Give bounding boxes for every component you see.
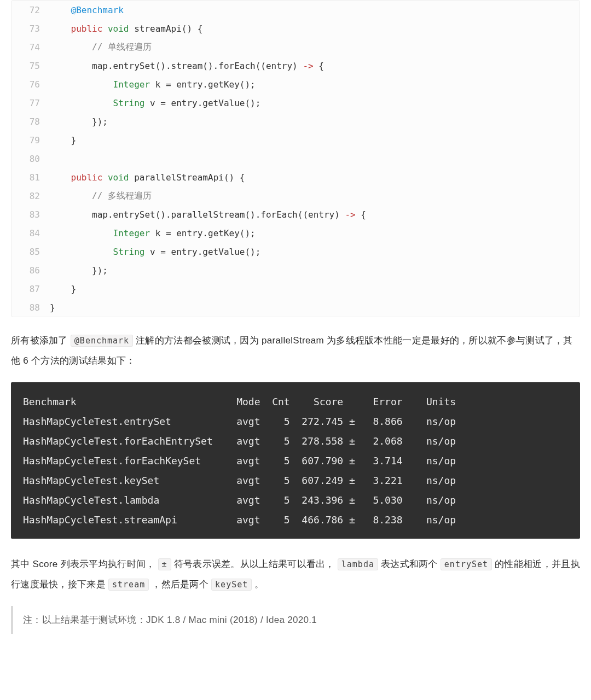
analysis-paragraph: 其中 Score 列表示平均执行时间， ± 符号表示误差。从以上结果可以看出， … (11, 554, 580, 595)
code-content: @Benchmark (50, 5, 124, 15)
inline-code-stream: stream (108, 579, 149, 591)
intro-paragraph: 所有被添加了 @Benchmark 注解的方法都会被测试，因为 parallel… (11, 330, 580, 371)
line-number: 83 (11, 209, 50, 220)
benchmark-header: Benchmark Mode Cnt Score Error Units (23, 392, 568, 412)
code-line: 75 map.entrySet().stream().forEach((entr… (11, 56, 580, 75)
benchmark-row: HashMapCycleTest.streamApi avgt 5 466.78… (23, 510, 568, 530)
line-number: 77 (11, 98, 50, 108)
benchmark-row: HashMapCycleTest.entrySet avgt 5 272.745… (23, 412, 568, 431)
code-line: 88} (11, 298, 580, 317)
code-content: public void parallelStreamApi() { (50, 172, 245, 183)
line-number: 76 (11, 79, 50, 90)
code-line: 74 // 单线程遍历 (11, 38, 580, 56)
line-number: 80 (11, 154, 50, 164)
line-number: 75 (11, 61, 50, 71)
line-number: 82 (11, 191, 50, 201)
code-line: 84 Integer k = entry.getKey(); (11, 224, 580, 242)
code-line: 85 String v = entry.getValue(); (11, 242, 580, 261)
line-number: 88 (11, 302, 50, 313)
code-content: // 单线程遍历 (50, 42, 152, 53)
line-number: 74 (11, 42, 50, 52)
text: 表达式和两个 (381, 559, 441, 569)
line-number: 79 (11, 135, 50, 145)
code-content: map.entrySet().parallelStream().forEach(… (50, 209, 366, 220)
code-line: 78 }); (11, 112, 580, 131)
benchmark-results: Benchmark Mode Cnt Score Error UnitsHash… (11, 382, 580, 539)
code-line: 76 Integer k = entry.getKey(); (11, 75, 580, 94)
code-content: Integer k = entry.getKey(); (50, 228, 256, 238)
code-line: 86 }); (11, 261, 580, 279)
text: 所有被添加了 (11, 335, 71, 346)
code-content: // 多线程遍历 (50, 190, 152, 202)
line-number: 87 (11, 284, 50, 294)
code-content: } (50, 302, 55, 313)
line-number: 85 (11, 247, 50, 257)
line-number: 86 (11, 265, 50, 276)
benchmark-row: HashMapCycleTest.forEachKeySet avgt 5 60… (23, 451, 568, 471)
code-content: }); (50, 116, 108, 127)
code-line: 83 map.entrySet().parallelStream().forEa… (11, 205, 580, 224)
line-number: 81 (11, 172, 50, 183)
benchmark-row: HashMapCycleTest.lambda avgt 5 243.396 ±… (23, 491, 568, 510)
code-line: 81 public void parallelStreamApi() { (11, 168, 580, 186)
code-content: String v = entry.getValue(); (50, 98, 260, 108)
benchmark-row: HashMapCycleTest.forEachEntrySet avgt 5 … (23, 431, 568, 451)
line-number: 78 (11, 116, 50, 127)
code-content: map.entrySet().stream().forEach((entry) … (50, 61, 324, 71)
inline-code-keyset: keySet (211, 579, 252, 591)
code-content: String v = entry.getValue(); (50, 247, 260, 257)
text: 其中 Score 列表示平均执行时间， (11, 559, 158, 569)
inline-code-benchmark: @Benchmark (71, 335, 133, 347)
code-content: } (50, 135, 76, 145)
inline-code-entryset: entrySet (441, 558, 492, 570)
environment-note: 注：以上结果基于测试环境：JDK 1.8 / Mac mini (2018) /… (11, 606, 580, 634)
code-content: public void streamApi() { (50, 24, 202, 34)
inline-code-lambda: lambda (338, 558, 378, 570)
code-content: }); (50, 265, 108, 276)
code-block: 72 @Benchmark73 public void streamApi() … (11, 0, 580, 317)
code-line: 77 String v = entry.getValue(); (11, 94, 580, 112)
text: ，然后是两个 (152, 579, 211, 590)
code-line: 72 @Benchmark (11, 1, 580, 19)
code-content: Integer k = entry.getKey(); (50, 79, 256, 90)
code-line: 80 (11, 149, 580, 168)
code-line: 82 // 多线程遍历 (11, 186, 580, 205)
text: 符号表示误差。从以上结果可以看出， (174, 559, 338, 569)
benchmark-row: HashMapCycleTest.keySet avgt 5 607.249 ±… (23, 471, 568, 491)
line-number: 72 (11, 5, 50, 15)
code-line: 87 } (11, 279, 580, 298)
text: 。 (254, 579, 264, 590)
inline-code-pm: ± (158, 558, 171, 570)
line-number: 73 (11, 24, 50, 34)
line-number: 84 (11, 228, 50, 238)
code-line: 79 } (11, 131, 580, 149)
code-content: } (50, 284, 76, 294)
code-line: 73 public void streamApi() { (11, 19, 580, 38)
